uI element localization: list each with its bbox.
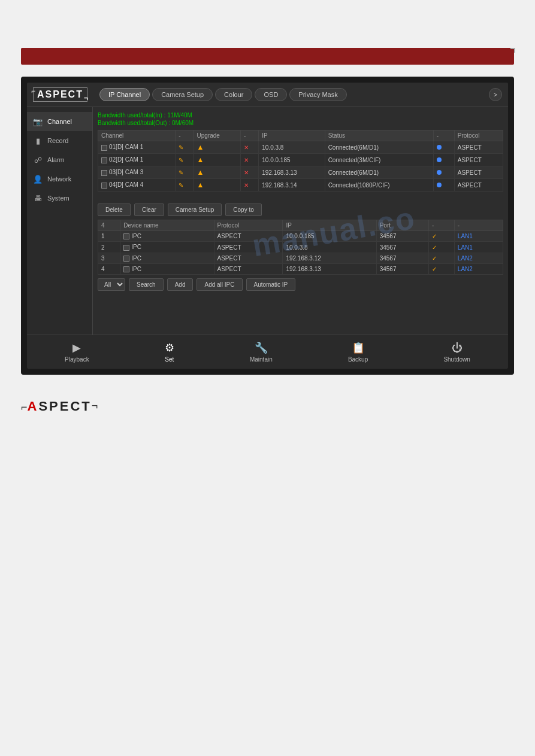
cell-ip: 10.0.3.8 <box>259 141 325 154</box>
tab-ip-channel[interactable]: IP Channel <box>99 88 150 101</box>
alarm-icon: ☍ <box>33 155 43 165</box>
copy-to-button[interactable]: Copy to <box>225 204 261 216</box>
search-cell-name: IPC <box>120 253 214 263</box>
cell-channel: 02[D] CAM 1 <box>98 154 176 166</box>
lan-badge: LAN2 <box>458 266 473 272</box>
clear-button[interactable]: Clear <box>134 204 164 216</box>
search-cell-protocol: ASPECT <box>214 253 283 263</box>
toolbar-set[interactable]: ⚙ Set <box>155 339 184 365</box>
toolbar-backup-label: Backup <box>348 356 368 363</box>
header-bar <box>21 48 514 65</box>
search-cell-num: 4 <box>98 264 120 275</box>
upgrade-icon: ▲ <box>197 181 204 189</box>
bottom-toolbar: ▶ Playback ⚙ Set 🔧 Maintain 📋 Backup ⏻ S… <box>27 335 508 369</box>
search-cell-protocol: ASPECT <box>214 231 283 242</box>
search-cell-name: IPC <box>120 231 214 242</box>
table-row[interactable]: 04[D] CAM 4 ✎ ▲ ✕ 192.168.3.14 Connected… <box>98 179 503 192</box>
cell-edit: ✎ <box>176 154 194 166</box>
check-icon: ✓ <box>432 266 437 272</box>
tab-colour[interactable]: Colour <box>215 88 252 101</box>
toolbar-maintain[interactable]: 🔧 Maintain <box>240 339 282 365</box>
cell-dot <box>433 179 454 192</box>
cell-upgrade: ▲ <box>194 166 241 179</box>
tab-osd[interactable]: OSD <box>255 88 287 101</box>
col-dash3: - <box>433 130 454 141</box>
cell-channel: 03[D] CAM 3 <box>98 166 176 179</box>
search-cell-protocol: ASPECT <box>214 242 283 253</box>
sidebar-item-channel[interactable]: 📷 Channel <box>27 112 92 131</box>
cell-protocol: ASPECT <box>454 141 503 154</box>
search-row[interactable]: 3 IPC ASPECT 192.168.3.12 34567 ✓ LAN2 <box>98 253 503 263</box>
cell-ip: 192.168.3.13 <box>259 166 325 179</box>
search-cell-protocol: ASPECT <box>214 264 283 275</box>
cell-x: ✕ <box>241 154 259 166</box>
cell-status: Connected(1080P/CIF) <box>325 179 433 192</box>
table-row[interactable]: 03[D] CAM 3 ✎ ▲ ✕ 192.168.3.13 Connected… <box>98 166 503 179</box>
toolbar-shutdown[interactable]: ⏻ Shutdown <box>434 339 479 365</box>
delete-button[interactable]: Delete <box>98 204 131 216</box>
shutdown-icon: ⏻ <box>452 342 463 354</box>
search-row[interactable]: 4 IPC ASPECT 192.168.3.13 34567 ✓ LAN2 <box>98 264 503 275</box>
row-checkbox[interactable] <box>123 245 129 251</box>
col-ip: IP <box>259 130 325 141</box>
toolbar-backup[interactable]: 📋 Backup <box>338 339 377 365</box>
playback-icon: ▶ <box>72 341 81 354</box>
cell-dot <box>433 154 454 166</box>
cell-x: ✕ <box>241 179 259 192</box>
sidebar-item-system[interactable]: 🖶 System <box>27 189 92 208</box>
row-checkbox[interactable] <box>101 157 107 163</box>
network-icon: 👤 <box>33 174 43 184</box>
row-checkbox[interactable] <box>101 183 107 189</box>
search-cell-check: ✓ <box>429 242 455 253</box>
search-col-name: Device name <box>120 220 214 231</box>
table-row[interactable]: 02[D] CAM 1 ✎ ▲ ✕ 10.0.0.185 Connected(3… <box>98 154 503 166</box>
cell-status: Connected(6M/D1) <box>325 166 433 179</box>
col-status: Status <box>325 130 433 141</box>
search-cell-check: ✓ <box>429 231 455 242</box>
search-cell-port: 34567 <box>376 264 428 275</box>
row-checkbox[interactable] <box>123 233 129 239</box>
sidebar-item-alarm[interactable]: ☍ Alarm <box>27 150 92 169</box>
tab-privacy-mask[interactable]: Privacy Mask <box>289 88 346 101</box>
tab-camera-setup[interactable]: Camera Setup <box>152 88 213 101</box>
row-checkbox[interactable] <box>123 266 129 272</box>
row-checkbox[interactable] <box>101 145 107 151</box>
search-col-num: 4 <box>98 220 120 231</box>
search-row[interactable]: 2 IPC ASPECT 10.0.3.8 34567 ✓ LAN1 <box>98 242 503 253</box>
tab-next-button[interactable]: > <box>489 88 502 101</box>
status-dot <box>437 170 442 175</box>
sidebar-item-record[interactable]: ▮ Record <box>27 131 92 150</box>
status-dot <box>437 157 442 162</box>
search-cell-lan: LAN2 <box>454 264 503 275</box>
search-col-dash1: - <box>429 220 455 231</box>
search-col-dash2: - <box>454 220 503 231</box>
sidebar-item-network[interactable]: 👤 Network <box>27 169 92 189</box>
search-row[interactable]: 1 IPC ASPECT 10.0.0.185 34567 ✓ LAN1 <box>98 231 503 242</box>
x-icon: ✕ <box>244 169 249 176</box>
add-button[interactable]: Add <box>167 278 194 291</box>
search-cell-port: 34567 <box>376 231 428 242</box>
search-cell-num: 2 <box>98 242 120 253</box>
cell-status: Connected(3M/CIF) <box>325 154 433 166</box>
col-protocol: Protocol <box>454 130 503 141</box>
search-button[interactable]: Search <box>129 278 164 291</box>
pencil-icon: ✎ <box>179 157 183 163</box>
add-all-ipc-button[interactable]: Add all IPC <box>197 278 242 291</box>
x-icon: ✕ <box>244 157 249 163</box>
search-cell-ip: 10.0.0.185 <box>283 231 376 242</box>
col-dash1: - <box>176 130 194 141</box>
toolbar-shutdown-label: Shutdown <box>443 356 470 363</box>
table-row[interactable]: 01[D] CAM 1 ✎ ▲ ✕ 10.0.3.8 Connected(6M/… <box>98 141 503 154</box>
row-checkbox[interactable] <box>123 256 129 262</box>
search-cell-check: ✓ <box>429 253 455 263</box>
automatic-ip-button[interactable]: Automatic IP <box>246 278 296 291</box>
row-checkbox[interactable] <box>101 170 107 176</box>
x-icon: ✕ <box>244 144 249 151</box>
filter-select[interactable]: All <box>98 278 125 291</box>
bandwidth-out: Bandwidth used/total(Out) : 0M/60M <box>98 120 503 126</box>
camera-setup-button[interactable]: Camera Setup <box>168 204 222 216</box>
pencil-icon: ✎ <box>179 169 183 176</box>
sidebar-label-record: Record <box>47 137 68 144</box>
cell-upgrade: ▲ <box>194 154 241 166</box>
toolbar-playback[interactable]: ▶ Playback <box>55 339 99 365</box>
